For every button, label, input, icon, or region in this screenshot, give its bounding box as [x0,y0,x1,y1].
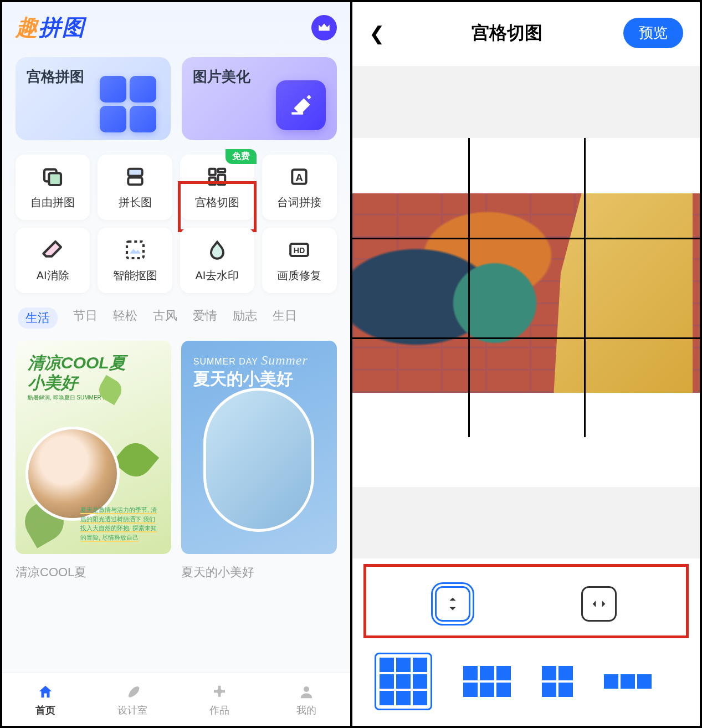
svg-rect-1 [49,173,62,185]
tool-ai-erase[interactable]: AI消除 [16,228,90,293]
canvas-area[interactable] [352,66,700,558]
tool-label: AI消除 [37,268,69,283]
svg-rect-5 [218,168,226,172]
tool-ai-watermark[interactable]: AI去水印 [180,228,254,293]
tool-label: 自由拼图 [30,195,75,210]
svg-text:A: A [295,171,303,183]
category-tab-ancient[interactable]: 古风 [153,307,177,329]
person-icon [297,683,316,701]
preview-button[interactable]: 预览 [623,18,683,48]
nav-profile[interactable]: 我的 [263,673,350,726]
hero-card-grid-collage[interactable]: 宫格拼图 [16,57,171,140]
tool-label: 智能抠图 [113,268,157,283]
grid-icon [206,165,229,188]
grid-option-3x2[interactable] [463,666,511,697]
tool-subtitle-join[interactable]: A 台词拼接 [262,155,336,220]
puzzle-icon [210,683,229,701]
nav-label: 首页 [35,704,55,717]
category-tab-life[interactable]: 生活 [18,307,58,329]
category-tab-love[interactable]: 爱情 [193,307,217,329]
svg-rect-6 [218,175,226,184]
template-preview: 清凉COOL夏 小美好 酷暑鲜润, 即唤夏日 SUMMER DAY 夏天是激情与… [16,341,171,554]
hero-card-beautify[interactable]: 图片美化 [182,57,337,140]
controls-bar [352,558,700,726]
tool-label: 画质修复 [277,268,321,283]
adjust-controls [375,576,678,632]
grid-overlay[interactable] [352,138,700,437]
nav-label: 作品 [209,704,229,717]
cutout-icon [124,238,147,262]
grid-option-3x1[interactable] [604,674,652,689]
eraser-icon [41,238,64,262]
free-badge: 免费 [226,149,257,164]
home-screen: 趣拼图 宫格拼图 图片美化 自由拼图 拼长图 免费 [2,2,350,726]
category-tabs: 生活 节日 轻松 古风 爱情 励志 生日 [2,300,350,336]
tool-smart-cutout[interactable]: 智能抠图 [98,228,172,293]
template-subtitle: SUMMER DAY Summer [193,353,325,368]
back-button[interactable]: ❮ [369,22,391,44]
home-icon [36,683,55,701]
template-preview: SUMMER DAY Summer 夏天的小美好 [181,341,337,554]
annotation-highlight-box [363,564,689,638]
tool-quality-restore[interactable]: HD 画质修复 [262,228,336,293]
stack-icon [124,165,147,188]
grid-cut-screen: ❮ 宫格切图 预览 [352,2,700,726]
nav-label: 我的 [296,704,316,717]
tool-label: 宫格切图 [195,195,239,210]
collage-icon [100,76,161,132]
tool-free-collage[interactable]: 自由拼图 [16,155,90,220]
grid-option-2x2[interactable] [542,666,573,697]
svg-rect-2 [128,168,142,176]
page-title: 宫格切图 [472,21,542,45]
tool-long-image[interactable]: 拼长图 [98,155,172,220]
template-name: 夏天的小美好 [181,564,337,581]
tool-grid: 自由拼图 拼长图 免费 宫格切图 A 台词拼接 AI消除 智能抠图 AI去水印 [2,148,350,300]
tool-label: 台词拼接 [277,195,321,210]
category-tab-birthday[interactable]: 生日 [273,307,297,329]
category-tab-motivation[interactable]: 励志 [233,307,257,329]
category-tab-holiday[interactable]: 节日 [73,307,98,329]
app-logo: 趣拼图 [16,12,85,43]
nav-works[interactable]: 作品 [176,673,263,726]
nav-design[interactable]: 设计室 [89,673,176,726]
svg-rect-3 [128,177,142,184]
svg-rect-7 [209,177,216,184]
hd-icon: HD [288,238,311,262]
template-caption: 夏天是激情与活力的季节, 清晨的阳光透过树荫洒下 我们投入大自然的怀抱, 探索未… [80,505,161,542]
hero-row: 宫格拼图 图片美化 [2,49,350,148]
grid-layout-options [375,649,678,714]
template-name: 清凉COOL夏 [16,564,171,581]
nav-label: 设计室 [117,704,147,717]
template-card-1[interactable]: 清凉COOL夏 小美好 酷暑鲜润, 即唤夏日 SUMMER DAY 夏天是激情与… [16,341,171,581]
vip-badge-icon[interactable] [311,15,337,40]
svg-rect-10 [127,242,144,258]
grid-option-3x3[interactable] [375,653,432,710]
tool-label: 拼长图 [119,195,152,210]
template-card-2[interactable]: SUMMER DAY Summer 夏天的小美好 夏天的小美好 [181,341,337,581]
feather-icon [123,683,142,701]
category-tab-relax[interactable]: 轻松 [113,307,137,329]
nav-home[interactable]: 首页 [2,673,89,726]
template-avatar [203,388,314,532]
svg-point-13 [304,686,309,692]
bottom-nav: 首页 设计室 作品 我的 [2,673,350,726]
app-header: 趣拼图 [2,2,350,49]
magic-wand-icon [276,80,326,130]
drop-icon [206,238,229,262]
template-row: 清凉COOL夏 小美好 酷暑鲜润, 即唤夏日 SUMMER DAY 夏天是激情与… [2,336,350,585]
tool-label: AI去水印 [195,268,239,283]
tool-grid-cut[interactable]: 免费 宫格切图 [180,155,254,220]
logo-suffix: 拼图 [39,15,85,39]
editor-header: ❮ 宫格切图 预览 [352,2,700,59]
layers-icon [41,165,64,188]
template-heading: 夏天的小美好 [193,368,325,391]
text-icon: A [288,165,311,188]
logo-prefix: 趣 [16,15,39,39]
svg-text:HD: HD [294,246,305,255]
svg-rect-4 [209,168,216,175]
